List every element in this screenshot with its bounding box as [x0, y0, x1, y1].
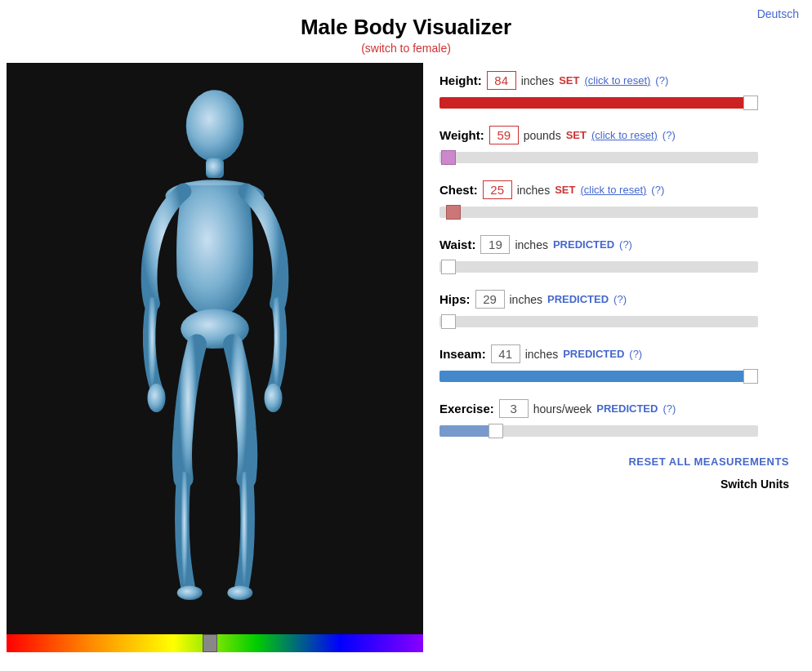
chest-thumb[interactable] [446, 205, 461, 220]
weight-row: Weight: 59 pounds SET (click to reset) (… [439, 126, 789, 166]
hips-row: Hips: 29 inches PREDICTED (?) [439, 290, 789, 330]
waist-track[interactable] [439, 261, 758, 273]
waist-thumb[interactable] [441, 260, 456, 274]
exercise-label: Exercise: [439, 402, 494, 415]
switch-units-button[interactable]: Switch Units [439, 478, 789, 491]
exercise-value[interactable]: 3 [499, 399, 529, 418]
waist-status: PREDICTED [553, 238, 614, 251]
height-value[interactable]: 84 [487, 71, 516, 90]
inseam-help[interactable]: (?) [629, 348, 642, 360]
waist-help[interactable]: (?) [619, 238, 632, 251]
exercise-status: PREDICTED [596, 402, 658, 415]
inseam-row: Inseam: 41 inches PREDICTED (?) [439, 344, 789, 384]
hips-track[interactable] [439, 316, 758, 327]
model-panel [7, 63, 423, 652]
weight-label-row: Weight: 59 pounds SET (click to reset) (… [439, 126, 789, 144]
deutsch-link[interactable]: Deutsch [757, 7, 799, 20]
chest-row: Chest: 25 inches SET (click to reset) (?… [439, 180, 789, 220]
exercise-label-row: Exercise: 3 hours/week PREDICTED (?) [439, 399, 789, 418]
waist-label: Waist: [439, 238, 475, 251]
inseam-status: PREDICTED [563, 348, 624, 360]
exercise-unit: hours/week [533, 402, 592, 415]
weight-help[interactable]: (?) [663, 129, 676, 141]
subtitle[interactable]: (switch to female) [0, 42, 812, 55]
inseam-track[interactable] [439, 371, 758, 382]
height-label: Height: [439, 73, 482, 87]
inseam-slider[interactable] [439, 368, 789, 384]
waist-unit: inches [515, 238, 547, 251]
height-thumb[interactable] [743, 96, 758, 110]
page-title: Male Body Visualizer [0, 15, 812, 40]
height-status: SET [559, 74, 579, 87]
hips-status: PREDICTED [547, 293, 609, 305]
hips-label-row: Hips: 29 inches PREDICTED (?) [439, 290, 789, 309]
exercise-slider[interactable] [439, 423, 789, 439]
height-slider[interactable] [439, 95, 789, 111]
color-bar-thumb[interactable] [203, 634, 217, 652]
waist-slider[interactable] [439, 259, 789, 275]
chest-unit: inches [517, 184, 550, 197]
weight-track[interactable] [439, 152, 758, 163]
chest-help[interactable]: (?) [651, 184, 664, 196]
inseam-label-row: Inseam: 41 inches PREDICTED (?) [439, 344, 789, 363]
height-help[interactable]: (?) [655, 74, 668, 87]
chest-label-row: Chest: 25 inches SET (click to reset) (?… [439, 180, 789, 199]
hips-slider[interactable] [439, 313, 789, 330]
exercise-help[interactable]: (?) [663, 402, 676, 415]
chest-slider[interactable] [439, 204, 789, 220]
switch-to-female-link[interactable]: (switch to female) [361, 42, 451, 55]
controls-panel: Height: 84 inches SET (click to reset) (… [423, 63, 805, 652]
waist-label-row: Waist: 19 inches PREDICTED (?) [439, 235, 789, 254]
svg-point-4 [265, 384, 283, 412]
weight-slider[interactable] [439, 149, 789, 166]
height-reset[interactable]: (click to reset) [584, 74, 650, 87]
svg-point-0 [186, 90, 243, 162]
chest-track[interactable] [439, 207, 758, 218]
exercise-thumb[interactable] [489, 424, 503, 438]
model-canvas [7, 63, 423, 634]
lang-link[interactable]: Deutsch [757, 7, 799, 21]
page-header: Male Body Visualizer (switch to female) [0, 15, 812, 55]
exercise-track[interactable] [439, 425, 758, 437]
hips-label: Hips: [439, 292, 471, 306]
chest-status: SET [555, 184, 575, 196]
svg-point-7 [227, 585, 252, 600]
bottom-controls: RESET ALL MEASUREMENTS Switch Units [439, 455, 789, 491]
hips-unit: inches [510, 293, 542, 306]
hips-thumb[interactable] [441, 314, 456, 329]
hips-value[interactable]: 29 [475, 290, 505, 309]
inseam-thumb[interactable] [743, 369, 758, 384]
chest-value[interactable]: 25 [483, 180, 512, 199]
height-row: Height: 84 inches SET (click to reset) (… [439, 71, 789, 111]
weight-label: Weight: [439, 128, 484, 142]
exercise-row: Exercise: 3 hours/week PREDICTED (?) [439, 399, 789, 439]
svg-point-3 [148, 384, 166, 412]
height-track[interactable] [439, 97, 758, 109]
height-label-row: Height: 84 inches SET (click to reset) (… [439, 71, 789, 90]
body-figure [92, 79, 337, 618]
hips-help[interactable]: (?) [613, 293, 627, 305]
inseam-unit: inches [525, 348, 558, 361]
weight-thumb[interactable] [441, 150, 456, 165]
reset-all-button[interactable]: RESET ALL MEASUREMENTS [439, 455, 789, 468]
color-bar[interactable] [7, 634, 423, 652]
svg-rect-1 [206, 158, 224, 178]
waist-row: Waist: 19 inches PREDICTED (?) [439, 235, 789, 275]
inseam-value[interactable]: 41 [491, 344, 520, 363]
chest-label: Chest: [439, 183, 478, 197]
weight-status: SET [566, 129, 587, 141]
svg-point-6 [177, 585, 203, 600]
chest-reset[interactable]: (click to reset) [580, 184, 646, 196]
weight-value[interactable]: 59 [489, 126, 519, 144]
weight-reset[interactable]: (click to reset) [591, 129, 658, 141]
inseam-label: Inseam: [439, 347, 486, 361]
main-content: Height: 84 inches SET (click to reset) (… [0, 63, 812, 652]
waist-value[interactable]: 19 [480, 235, 510, 254]
weight-unit: pounds [524, 129, 561, 142]
height-unit: inches [521, 74, 554, 87]
